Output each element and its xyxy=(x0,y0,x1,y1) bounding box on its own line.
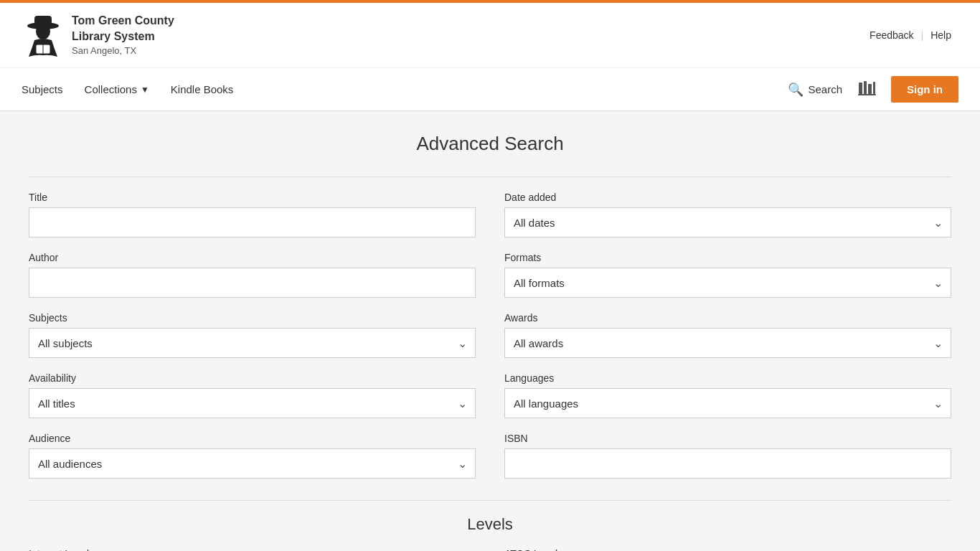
atos-levels-section: ATOS Levels xyxy=(504,548,951,551)
author-label: Author xyxy=(29,252,476,263)
nav-kindle-books[interactable]: Kindle Books xyxy=(171,83,234,95)
page-title: Advanced Search xyxy=(29,133,951,155)
formats-label: Formats xyxy=(504,252,951,263)
audience-select[interactable]: All audiences xyxy=(29,448,476,479)
audience-select-wrapper: All audiences ⌄ xyxy=(29,448,476,479)
collections-chevron-icon: ▼ xyxy=(141,85,149,95)
awards-label: Awards xyxy=(504,312,951,324)
nav-left: Subjects Collections ▼ Kindle Books xyxy=(22,83,766,95)
svg-rect-6 xyxy=(864,81,867,94)
isbn-input[interactable] xyxy=(504,448,951,479)
interest-levels-section: Interest Levels xyxy=(29,548,476,551)
languages-select[interactable]: All languages xyxy=(504,388,951,418)
availability-select-wrapper: All titles ⌄ xyxy=(29,388,476,418)
header-links: Feedback | Help xyxy=(862,29,958,41)
logo-area: Tom Green County Library System San Ange… xyxy=(22,10,174,60)
levels-divider xyxy=(29,500,951,501)
levels-heading: Levels xyxy=(29,515,951,534)
date-added-select[interactable]: All dates xyxy=(504,207,951,237)
formats-select-wrapper: All formats ⌄ xyxy=(504,268,951,298)
title-label: Title xyxy=(29,192,476,203)
interest-levels-label: Interest Levels xyxy=(29,548,476,551)
subjects-section: Subjects All subjects ⌄ xyxy=(29,312,476,358)
help-link[interactable]: Help xyxy=(923,29,958,41)
date-added-select-wrapper: All dates ⌄ xyxy=(504,207,951,237)
date-added-label: Date added xyxy=(504,192,951,203)
languages-section: Languages All languages ⌄ xyxy=(504,372,951,418)
logo-line1: Tom Green County xyxy=(72,13,174,29)
nav-right: 🔍 Search Sign in xyxy=(788,76,958,103)
form-grid: Title Author Subjects All subjects ⌄ xyxy=(29,192,951,493)
title-section: Title xyxy=(29,192,476,237)
subjects-field-label: Subjects xyxy=(29,312,476,324)
awards-section: Awards All awards ⌄ xyxy=(504,312,951,358)
levels-grid: Interest Levels ATOS Levels xyxy=(29,548,951,551)
collections-label: Collections xyxy=(85,83,137,95)
search-label: Search xyxy=(808,83,842,95)
availability-label: Availability xyxy=(29,372,476,384)
svg-rect-7 xyxy=(868,84,872,94)
main-content: Advanced Search Title Author Subjects Al… xyxy=(0,111,980,551)
sign-in-button[interactable]: Sign in xyxy=(891,76,958,103)
atos-levels-label: ATOS Levels xyxy=(504,548,951,551)
date-added-section: Date added All dates ⌄ xyxy=(504,192,951,237)
formats-section: Formats All formats ⌄ xyxy=(504,252,951,298)
svg-rect-9 xyxy=(858,94,876,95)
nav-subjects[interactable]: Subjects xyxy=(22,83,63,95)
availability-section: Availability All titles ⌄ xyxy=(29,372,476,418)
header: Tom Green County Library System San Ange… xyxy=(0,3,980,68)
author-section: Author xyxy=(29,252,476,298)
audience-label: Audience xyxy=(29,433,476,444)
kindle-books-label: Kindle Books xyxy=(171,83,234,95)
svg-rect-8 xyxy=(873,82,875,94)
title-input[interactable] xyxy=(29,207,476,237)
search-link[interactable]: 🔍 Search xyxy=(788,82,842,98)
isbn-section: ISBN xyxy=(504,433,951,479)
logo-line3: San Angelo, TX xyxy=(72,44,174,57)
subjects-select-wrapper: All subjects ⌄ xyxy=(29,328,476,358)
awards-select-wrapper: All awards ⌄ xyxy=(504,328,951,358)
search-icon: 🔍 xyxy=(788,82,804,98)
subjects-label: Subjects xyxy=(22,83,63,95)
logo-line2: Library System xyxy=(72,29,174,44)
nav-collections[interactable]: Collections ▼ xyxy=(85,83,149,95)
formats-select[interactable]: All formats xyxy=(504,268,951,298)
languages-label: Languages xyxy=(504,372,951,384)
logo-text: Tom Green County Library System San Ange… xyxy=(72,13,174,58)
svg-point-2 xyxy=(36,24,50,39)
audience-section: Audience All audiences ⌄ xyxy=(29,433,476,479)
top-divider xyxy=(29,176,951,177)
svg-rect-5 xyxy=(859,83,862,94)
feedback-link[interactable]: Feedback xyxy=(862,29,920,41)
availability-select[interactable]: All titles xyxy=(29,388,476,418)
nav: Subjects Collections ▼ Kindle Books 🔍 Se… xyxy=(0,68,980,111)
right-column: Date added All dates ⌄ Formats All forma… xyxy=(504,192,951,493)
languages-select-wrapper: All languages ⌄ xyxy=(504,388,951,418)
left-column: Title Author Subjects All subjects ⌄ xyxy=(29,192,476,493)
subjects-select[interactable]: All subjects xyxy=(29,328,476,358)
logo-icon xyxy=(22,10,65,60)
awards-select[interactable]: All awards xyxy=(504,328,951,358)
author-input[interactable] xyxy=(29,268,476,298)
isbn-label: ISBN xyxy=(504,433,951,444)
bookshelf-icon[interactable] xyxy=(857,78,877,100)
